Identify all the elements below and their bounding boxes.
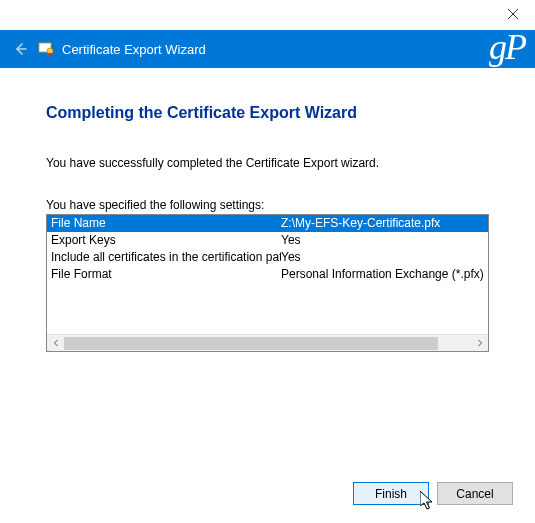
- row-value: Yes: [281, 232, 488, 249]
- success-message: You have successfully completed the Cert…: [46, 156, 489, 170]
- certificate-icon: [36, 39, 56, 59]
- back-arrow-icon[interactable]: [8, 37, 32, 61]
- row-key: Include all certificates in the certific…: [47, 249, 281, 266]
- row-key: Export Keys: [47, 232, 281, 249]
- row-key: File Name: [47, 215, 281, 232]
- row-value: Z:\My-EFS-Key-Certificate.pfx: [281, 215, 488, 232]
- table-row[interactable]: Export Keys Yes: [47, 232, 488, 249]
- finish-button[interactable]: Finish: [353, 482, 429, 505]
- wizard-footer: Finish Cancel: [353, 482, 513, 505]
- row-value: Personal Information Exchange (*.pfx): [281, 266, 488, 283]
- row-value: Yes: [281, 249, 488, 266]
- table-row[interactable]: File Name Z:\My-EFS-Key-Certificate.pfx: [47, 215, 488, 232]
- horizontal-scrollbar[interactable]: [47, 334, 488, 351]
- page-heading: Completing the Certificate Export Wizard: [46, 104, 489, 122]
- scroll-right-arrow-icon[interactable]: [471, 335, 488, 352]
- wizard-header: Certificate Export Wizard gP: [0, 30, 535, 68]
- wizard-content: Completing the Certificate Export Wizard…: [0, 68, 535, 352]
- close-icon[interactable]: [503, 8, 523, 22]
- settings-label: You have specified the following setting…: [46, 198, 489, 212]
- scroll-left-arrow-icon[interactable]: [47, 335, 64, 352]
- scroll-track[interactable]: [64, 335, 471, 351]
- table-row[interactable]: Include all certificates in the certific…: [47, 249, 488, 266]
- cancel-button[interactable]: Cancel: [437, 482, 513, 505]
- table-row[interactable]: File Format Personal Information Exchang…: [47, 266, 488, 283]
- row-key: File Format: [47, 266, 281, 283]
- settings-listbox[interactable]: File Name Z:\My-EFS-Key-Certificate.pfx …: [46, 214, 489, 352]
- settings-rows: File Name Z:\My-EFS-Key-Certificate.pfx …: [47, 215, 488, 334]
- wizard-title: Certificate Export Wizard: [62, 42, 206, 57]
- scroll-thumb[interactable]: [64, 337, 438, 350]
- window-titlebar: [0, 0, 535, 30]
- watermark-text: gP: [489, 26, 525, 68]
